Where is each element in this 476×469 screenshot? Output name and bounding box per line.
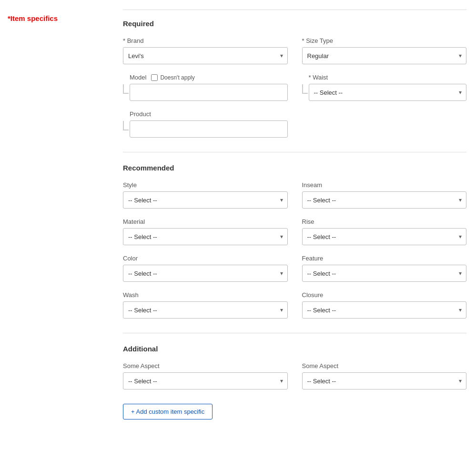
brand-field: * Brand Levi's Wrangler Lee ▾ <box>123 37 288 64</box>
top-divider <box>123 10 466 10</box>
color-label: Color <box>123 255 288 262</box>
color-field: Color -- Select -- Blue Black ▾ <box>123 255 288 282</box>
waist-bracket <box>302 84 308 94</box>
recommended-title: Recommended <box>123 164 466 172</box>
wash-label: Wash <box>123 291 288 299</box>
product-bracket <box>123 121 129 130</box>
style-label: Style <box>123 181 288 189</box>
rise-field: Rise -- Select -- Low Mid High ▾ <box>302 218 467 245</box>
closure-select[interactable]: -- Select -- Button Fly Zip Fly <box>302 301 467 319</box>
waist-label: * Waist <box>309 74 467 81</box>
some-aspect-2-label: Some Aspect <box>302 362 467 369</box>
material-label: Material <box>123 218 288 225</box>
product-field-col: Product <box>123 110 288 138</box>
model-waist-row: Model Doesn't apply * Waist <box>123 74 466 101</box>
model-header: Model Doesn't apply <box>130 74 288 81</box>
feature-select-wrapper: -- Select -- Stretch Distressed ▾ <box>302 265 467 282</box>
material-rise-row: Material -- Select -- Cotton Denim ▾ Ris… <box>123 218 466 245</box>
material-select-wrapper: -- Select -- Cotton Denim ▾ <box>123 228 288 245</box>
required-section: Required * Brand Levi's Wrangler Lee ▾ <box>123 20 466 138</box>
wash-closure-row: Wash -- Select -- Dark Medium Light ▾ Cl… <box>123 291 466 319</box>
model-label: Model <box>130 74 146 81</box>
color-feature-row: Color -- Select -- Blue Black ▾ Feature <box>123 255 466 282</box>
some-aspect-row: Some Aspect -- Select -- ▾ Some Aspect -… <box>123 362 466 389</box>
some-aspect-2-field: Some Aspect -- Select -- ▾ <box>302 362 467 389</box>
brand-select-wrapper: Levi's Wrangler Lee ▾ <box>123 47 288 64</box>
some-aspect-2-select[interactable]: -- Select -- <box>302 372 467 389</box>
additional-section: Additional Some Aspect -- Select -- ▾ So… <box>123 345 466 419</box>
size-type-label: * Size Type <box>302 37 467 44</box>
size-type-field: * Size Type Regular Petite Plus ▾ <box>302 37 467 64</box>
recommended-section: Recommended Style -- Select -- Straight … <box>123 164 466 319</box>
rise-select[interactable]: -- Select -- Low Mid High <box>302 228 467 245</box>
product-row: Product <box>123 110 466 138</box>
color-select[interactable]: -- Select -- Blue Black <box>123 265 288 282</box>
closure-field: Closure -- Select -- Button Fly Zip Fly … <box>302 291 467 319</box>
wash-field: Wash -- Select -- Dark Medium Light ▾ <box>123 291 288 319</box>
style-field: Style -- Select -- Straight Slim ▾ <box>123 181 288 209</box>
model-input[interactable] <box>130 84 288 101</box>
add-custom-item-specific-button[interactable]: + Add custom item specific <box>123 404 213 419</box>
closure-label: Closure <box>302 291 467 299</box>
product-input[interactable] <box>130 120 288 138</box>
brand-select[interactable]: Levi's Wrangler Lee <box>123 47 288 64</box>
style-inseam-row: Style -- Select -- Straight Slim ▾ Insea… <box>123 181 466 209</box>
doesnt-apply-checkbox[interactable] <box>151 74 158 81</box>
some-aspect-1-field: Some Aspect -- Select -- ▾ <box>123 362 288 389</box>
product-label: Product <box>130 110 288 118</box>
wash-select-wrapper: -- Select -- Dark Medium Light ▾ <box>123 301 288 319</box>
size-type-select-wrapper: Regular Petite Plus ▾ <box>302 47 467 64</box>
inseam-select[interactable]: -- Select -- 28" 30" 32" <box>302 191 467 209</box>
material-field: Material -- Select -- Cotton Denim ▾ <box>123 218 288 245</box>
size-type-select[interactable]: Regular Petite Plus <box>302 47 467 64</box>
inseam-field: Inseam -- Select -- 28" 30" 32" ▾ <box>302 181 467 209</box>
doesnt-apply-label: Doesn't apply <box>160 74 194 81</box>
style-select-wrapper: -- Select -- Straight Slim ▾ <box>123 191 288 209</box>
feature-label: Feature <box>302 255 467 262</box>
closure-select-wrapper: -- Select -- Button Fly Zip Fly ▾ <box>302 301 467 319</box>
waist-select-wrapper: -- Select -- 28 30 32 34 ▾ <box>309 84 467 101</box>
feature-field: Feature -- Select -- Stretch Distressed … <box>302 255 467 282</box>
product-right-spacer <box>302 110 467 138</box>
wash-select[interactable]: -- Select -- Dark Medium Light <box>123 301 288 319</box>
model-bracket <box>123 84 129 94</box>
feature-select[interactable]: -- Select -- Stretch Distressed <box>302 265 467 282</box>
waist-select[interactable]: -- Select -- 28 30 32 34 <box>309 84 467 101</box>
additional-divider <box>123 333 466 333</box>
rise-select-wrapper: -- Select -- Low Mid High ▾ <box>302 228 467 245</box>
some-aspect-1-select[interactable]: -- Select -- <box>123 372 288 389</box>
item-specifics-label: *Item specifics <box>8 14 58 22</box>
some-aspect-1-select-wrapper: -- Select -- ▾ <box>123 372 288 389</box>
doesnt-apply-wrapper: Doesn't apply <box>151 74 194 81</box>
inseam-select-wrapper: -- Select -- 28" 30" 32" ▾ <box>302 191 467 209</box>
required-title: Required <box>123 20 466 28</box>
waist-field-col: * Waist -- Select -- 28 30 32 34 ▾ <box>302 74 467 101</box>
color-select-wrapper: -- Select -- Blue Black ▾ <box>123 265 288 282</box>
model-field-col: Model Doesn't apply <box>123 74 288 101</box>
some-aspect-2-select-wrapper: -- Select -- ▾ <box>302 372 467 389</box>
inseam-label: Inseam <box>302 181 467 189</box>
brand-label: * Brand <box>123 37 288 44</box>
additional-title: Additional <box>123 345 466 353</box>
brand-size-row: * Brand Levi's Wrangler Lee ▾ * Size Typ… <box>123 37 466 64</box>
material-select[interactable]: -- Select -- Cotton Denim <box>123 228 288 245</box>
recommended-divider <box>123 152 466 152</box>
some-aspect-1-label: Some Aspect <box>123 362 288 369</box>
rise-label: Rise <box>302 218 467 225</box>
style-select[interactable]: -- Select -- Straight Slim <box>123 191 288 209</box>
